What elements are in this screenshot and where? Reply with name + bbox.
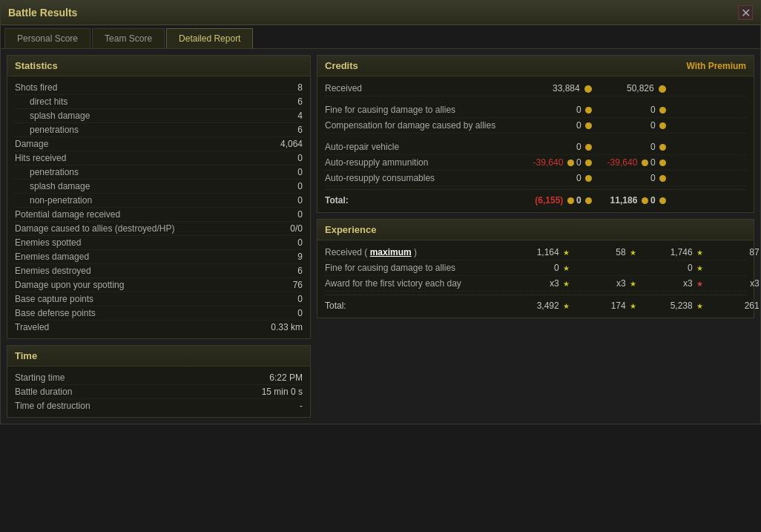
exp-base1: 0 ★: [503, 263, 570, 273]
exp-base1: 3,492 ★: [503, 301, 570, 311]
tab-detailed-report[interactable]: Detailed Report: [166, 28, 253, 48]
credits-premium-val: 0: [592, 173, 666, 183]
star-icon: ★: [696, 249, 703, 257]
exp-base1: x3 ★: [503, 278, 570, 289]
credits-label: Total:: [325, 195, 518, 206]
tab-team-score[interactable]: Team Score: [92, 28, 165, 48]
credits-premium-val: -39,640 0: [592, 157, 666, 168]
stat-label: Enemies damaged: [15, 252, 89, 262]
stat-damage: Damage 4,064: [15, 137, 303, 151]
stat-potential-damage: Potential damage received 0: [15, 208, 303, 222]
stat-enemies-spotted: Enemies spotted 0: [15, 236, 303, 250]
window-title: Battle Results: [8, 7, 77, 19]
exp-label: Award for the first victory each day: [325, 278, 503, 289]
coin-icon: [659, 107, 666, 114]
credits-fine-allies: Fine for causing damage to allies 0 0: [325, 102, 746, 118]
with-premium-label: With Premium: [686, 61, 746, 71]
exp-prem2: 261 ★: [703, 301, 761, 311]
stat-hits-received: Hits received 0: [15, 151, 303, 165]
star-icon-red: ★: [696, 280, 703, 288]
tab-bar: Personal Score Team Score Detailed Repor…: [1, 25, 760, 49]
exp-label: Fine for causing damage to allies: [325, 263, 503, 273]
statistics-section: Statistics Shots fired 8 direct hits 6 s…: [7, 55, 311, 339]
credits-premium-val: 50,826: [592, 83, 666, 93]
credits-auto-ammo: Auto-resupply ammunition -39,640 0 -39,6…: [325, 155, 746, 171]
star-icon: ★: [563, 280, 570, 288]
divider: [325, 189, 746, 190]
credits-title: Credits: [325, 60, 358, 71]
credits-base-val: 0: [518, 173, 592, 183]
stat-value: 8: [266, 82, 303, 93]
credits-section: Credits With Premium Received 33,884 50,…: [317, 55, 754, 213]
credits-total: Total: (6,155) 0 11,186 0: [325, 193, 746, 208]
credits-premium-val: 0: [592, 105, 666, 115]
exp-prem1: 1,746 ★: [636, 247, 703, 257]
credits-content: Received 33,884 50,826 Fine for causing …: [317, 76, 754, 212]
stat-value: 0.33 km: [266, 322, 303, 332]
credits-premium-val: 0: [592, 120, 666, 131]
coin-icon: [659, 160, 666, 166]
stat-label: Damage caused to allies (destroyed/HP): [15, 223, 174, 234]
stat-value: 0: [266, 209, 303, 220]
coin-icon: [585, 197, 592, 204]
stat-value: 6: [266, 125, 303, 135]
coin-icon: [585, 122, 592, 129]
coin-icon: [585, 107, 592, 114]
battle-results-window: Battle Results ✕ Personal Score Team Sco…: [0, 0, 761, 424]
stat-base-capture: Base capture points 0: [15, 292, 303, 306]
title-bar: Battle Results ✕: [1, 1, 760, 25]
time-content: Starting time 6:22 PM Battle duration 15…: [7, 367, 310, 417]
exp-base1: 1,164 ★: [503, 247, 570, 257]
stat-non-penetration: non-penetration 0: [15, 194, 303, 208]
coin-icon: [642, 160, 648, 166]
credits-label: Auto-resupply consumables: [325, 173, 518, 183]
exp-prem1: x3 ★: [636, 278, 703, 289]
close-button[interactable]: ✕: [738, 5, 753, 20]
stat-value: 9: [266, 252, 303, 262]
exp-first-victory: Award for the first victory each day x3 …: [325, 276, 746, 292]
stat-base-defense: Base defense points 0: [15, 306, 303, 321]
stat-value: 15 min 0 s: [262, 387, 303, 397]
stat-value: 4,064: [266, 139, 303, 149]
star-icon: ★: [563, 264, 570, 272]
star-icon: ★: [563, 249, 570, 257]
exp-received: Received ( maximum ) 1,164 ★ 58 ★ 1,746 …: [325, 245, 746, 260]
coin-icon: [659, 85, 666, 93]
stat-label: Battle duration: [15, 387, 72, 397]
exp-prem2: x3 ★: [703, 278, 761, 289]
stat-value: -: [266, 401, 303, 411]
exp-label: Total:: [325, 301, 503, 311]
coin-icon: [585, 160, 592, 166]
exp-total: Total: 3,492 ★ 174 ★ 5,238 ★ 261 ★: [325, 298, 746, 313]
coin-icon: [659, 122, 666, 129]
coin-icon: [584, 85, 592, 93]
exp-fine: Fine for causing damage to allies 0 ★ 0 …: [325, 260, 746, 276]
stat-value: 0/0: [266, 223, 303, 234]
separator: [325, 96, 746, 102]
credits-header: Credits With Premium: [317, 56, 754, 76]
credits-base-val: 0: [518, 142, 592, 152]
exp-prem1: 5,238 ★: [636, 301, 703, 311]
main-content: Statistics Shots fired 8 direct hits 6 s…: [1, 49, 760, 424]
stat-damage-allies: Damage caused to allies (destroyed/HP) 0…: [15, 222, 303, 236]
stat-label: direct hits: [15, 96, 67, 107]
star-icon: ★: [630, 249, 636, 257]
exp-label: Received ( maximum ): [325, 247, 503, 257]
credits-label: Fine for causing damage to allies: [325, 105, 518, 115]
tab-personal-score[interactable]: Personal Score: [4, 28, 90, 48]
stat-value: 0: [266, 195, 303, 206]
stat-label: Enemies destroyed: [15, 266, 91, 276]
stat-shots-fired: Shots fired 8: [15, 81, 303, 95]
stat-label: Traveled: [15, 322, 49, 332]
stat-direct-hits: direct hits 6: [15, 95, 303, 109]
stat-value: 6: [266, 96, 303, 107]
stat-value: 0: [266, 237, 303, 248]
coin-icon: [567, 197, 574, 204]
exp-base2: x3 ★: [570, 278, 636, 289]
stat-label: Damage upon your spotting: [15, 280, 124, 290]
stat-splash-damage-shots: splash damage 4: [15, 109, 303, 123]
star-icon: ★: [563, 302, 570, 310]
star-icon: ★: [696, 264, 703, 272]
credits-base-val: 0: [518, 120, 592, 131]
experience-header: Experience: [317, 220, 754, 240]
